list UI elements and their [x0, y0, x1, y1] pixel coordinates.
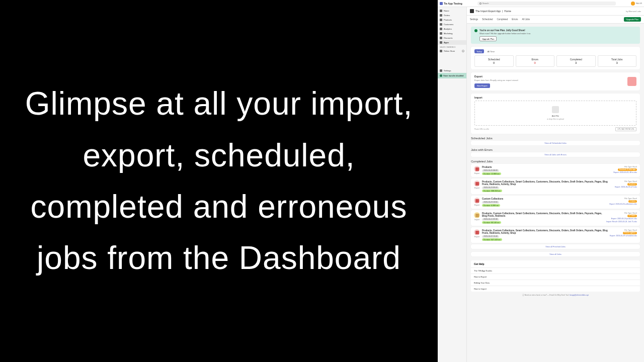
job-filetype: File Type: Excel: [624, 229, 637, 231]
job-file-link[interactable]: Export: 2020-10-23 at 9.xlsx: [615, 186, 637, 188]
section-completed: Completed Jobs: [471, 160, 640, 163]
help-item[interactable]: How to Export: [471, 274, 640, 280]
nav-apps[interactable]: Apps: [438, 40, 466, 45]
job-date-badge: 2020-10-20 08:09: [482, 169, 499, 172]
stat-value: 0: [518, 61, 552, 64]
footer-email-link[interactable]: tieapp@elementlabs.xyz: [570, 294, 589, 296]
export-title: Export: [474, 75, 519, 78]
separator: |: [502, 10, 503, 13]
nav-marketing[interactable]: Marketing: [438, 31, 466, 36]
products-icon: [440, 19, 442, 21]
search-input[interactable]: [482, 2, 614, 5]
export-card: Export Export data from Shopify using ou…: [471, 72, 640, 90]
nav-label: Analytics: [444, 28, 452, 30]
job-status-badge: 2 items: [628, 200, 637, 203]
help-title: Get Help: [471, 260, 640, 267]
job-card[interactable]: Export Products 2020-10-20 08:09 Duratio…: [471, 164, 640, 177]
import-title: Import: [474, 96, 636, 99]
view-scheduled-link[interactable]: View all Scheduled Jobs: [471, 141, 640, 145]
job-title: Custom Collections: [482, 198, 608, 200]
job-title: Products, Custom Collections, Smart Coll…: [482, 212, 604, 217]
job-title: Products: [482, 166, 612, 168]
tab-alljobs[interactable]: All Jobs: [522, 18, 530, 21]
import-card: Import Add File or drop files to upload …: [471, 94, 640, 134]
tab-errors[interactable]: Errors: [512, 18, 518, 21]
nav-products[interactable]: Products: [438, 18, 466, 22]
nav-discounts[interactable]: Discounts: [438, 36, 466, 40]
job-file-link[interactable]: Export: 2020-10-23-collections.xlsx: [610, 203, 637, 205]
gear-icon: [440, 69, 442, 72]
view-completed-link[interactable]: View all Finished Jobs: [471, 244, 640, 249]
discounts-icon: [440, 37, 442, 39]
import-drag-label: or drop files to upload: [480, 118, 631, 120]
nav-analytics[interactable]: Analytics: [438, 27, 466, 31]
stat-value: 0: [477, 61, 511, 64]
nav-customers[interactable]: Customers: [438, 22, 466, 27]
orders-icon: [440, 14, 442, 17]
nav-settings[interactable]: Settings: [438, 68, 466, 73]
job-filetype: File Type: Excel: [624, 198, 637, 200]
period-today[interactable]: Today: [474, 49, 484, 53]
nav-label: Discounts: [444, 37, 453, 39]
breadcrumb-app[interactable]: The Import Export App: [475, 10, 501, 13]
stat-label: Total Jobs: [600, 58, 634, 61]
period-all[interactable]: All Time: [486, 49, 497, 53]
job-status-badge: 17 items: [627, 215, 637, 217]
job-card[interactable]: Export Custom Collections 2020-10-23 10:…: [471, 196, 640, 209]
nav-label: Online Store: [444, 50, 455, 52]
upgrade-button[interactable]: Upgrade Plan: [624, 17, 641, 22]
stats-card: Today All Time Scheduled0 Errors0 Comple…: [471, 47, 640, 69]
app-window: Tie App Testing Nik LR Home Orders Produ…: [438, 0, 644, 362]
job-title: Products, Custom Collections, Smart Coll…: [482, 180, 613, 186]
job-date-badge: 2020-10-23 09:49: [482, 187, 499, 189]
footer-text: Need an extra hand, or two?: [525, 294, 547, 296]
marketing-icon: [440, 32, 442, 35]
tab-settings[interactable]: Settings: [470, 18, 478, 21]
customers-icon: [440, 23, 442, 26]
upload-url-button[interactable]: UPLOAD FROM URL: [615, 127, 636, 131]
nav-home[interactable]: Home: [438, 9, 466, 13]
search-box[interactable]: [477, 2, 616, 6]
export-icon: [474, 180, 480, 187]
import-icon: [474, 212, 480, 218]
import-dropzone[interactable]: Add File or drop files to upload: [474, 101, 636, 126]
job-status-badge: Preset applied: [623, 232, 637, 234]
job-items-link[interactable]: Export: 2020-10-24 products xlsx: [611, 218, 637, 220]
help-item[interactable]: The TIE App Guides: [471, 267, 640, 274]
transfer-label: Store transfer disabled: [443, 74, 463, 77]
url-input[interactable]: Paste URL to a file: [474, 128, 614, 131]
job-card[interactable]: Export Products, Custom Collections, Sma…: [471, 178, 640, 194]
store-badge[interactable]: Tie App Testing: [440, 2, 462, 5]
nav-label: Products: [444, 19, 452, 21]
section-scheduled: Scheduled Jobs: [471, 137, 640, 140]
stat-label: Completed: [559, 58, 593, 61]
help-item[interactable]: How to Import: [471, 286, 640, 292]
footer-label: Email Us Why Don't You!: [549, 294, 569, 296]
notice-upgrade-button[interactable]: Upgrade Plan: [479, 36, 497, 41]
tab-scheduled[interactable]: Scheduled: [482, 18, 493, 21]
job-file-link[interactable]: Export: 2020-10-19 scheduled.xlsx: [610, 235, 637, 237]
nav-online-store[interactable]: Online Store+: [438, 49, 466, 53]
help-item[interactable]: Editing Your Data: [471, 280, 640, 286]
add-channel-icon[interactable]: +: [462, 50, 464, 52]
tab-completed[interactable]: Completed: [497, 18, 508, 21]
export-icon: [474, 166, 480, 172]
job-card[interactable]: Export Products, Custom Collections, Sma…: [471, 227, 640, 243]
job-status-badge: Finished: [627, 183, 637, 186]
job-date-badge: 2020-10-24 09:38: [482, 218, 499, 221]
job-duration-badge: Duration: 338.318 sec: [482, 190, 502, 192]
job-status-badge: Finished: 0 Jobs ago: [618, 168, 637, 171]
avatar[interactable]: [631, 2, 635, 6]
view-all-link[interactable]: View all Jobs: [471, 252, 640, 256]
job-file-link[interactable]: Import: Result: 2020-10-24. Job 75.xlsx: [606, 221, 637, 223]
view-errors-link[interactable]: View all Jobs with Errors: [471, 152, 640, 157]
nav-section-channels: SALES CHANNELS: [438, 45, 466, 49]
store-name: Tie App Testing: [444, 2, 462, 5]
transfer-banner[interactable]: Store transfer disabled: [438, 73, 466, 78]
stat-total: Total Jobs3: [598, 55, 637, 67]
nav-label: Orders: [444, 14, 450, 17]
nav-orders[interactable]: Orders: [438, 13, 466, 18]
job-file-link[interactable]: Export: 2020-10-20, 08 in.xlsx: [614, 171, 637, 173]
new-export-button[interactable]: New Export: [474, 83, 490, 88]
job-card[interactable]: Import Products, Custom Collections, Sma…: [471, 210, 640, 226]
